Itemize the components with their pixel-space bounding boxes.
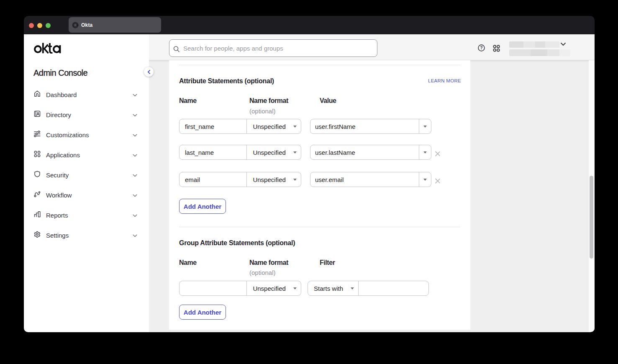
svg-text:?: ? xyxy=(480,46,482,50)
